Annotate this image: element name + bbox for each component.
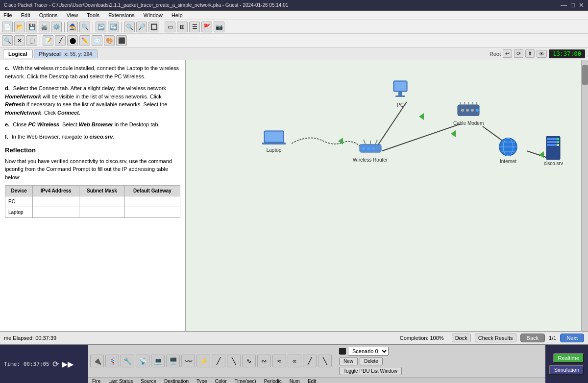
palette-icon[interactable]: 🎨 xyxy=(104,35,115,46)
ipv4-pc xyxy=(33,196,79,207)
menu-options[interactable]: Options xyxy=(38,12,59,19)
device-laptop[interactable]: Laptop xyxy=(262,129,286,153)
shape-icon[interactable]: ⬤ xyxy=(67,35,78,46)
new-scenario-button[interactable]: New xyxy=(339,357,358,365)
x-icon[interactable]: ✕ xyxy=(14,35,25,46)
device-wireless-router[interactable]: Wireless Router xyxy=(353,139,388,163)
letter-c: c. xyxy=(5,65,9,71)
svg-rect-11 xyxy=(262,143,286,144)
scenario-select[interactable]: Scenario 0 xyxy=(348,347,389,356)
color-header: Color xyxy=(215,379,227,383)
new-icon[interactable]: 📄 xyxy=(2,22,13,32)
zoom-out-icon[interactable]: 🔎 xyxy=(136,22,147,32)
open-icon[interactable]: 📂 xyxy=(14,22,25,32)
menu-help[interactable]: Help xyxy=(170,12,184,19)
maximize-button[interactable]: □ xyxy=(571,1,575,9)
check-results-button[interactable]: Check Results xyxy=(475,334,516,342)
select-icon[interactable]: 🔍 xyxy=(2,35,13,46)
zoom-fit-icon[interactable]: 🔲 xyxy=(148,22,159,32)
camera-icon[interactable]: 📷 xyxy=(214,22,224,32)
pc-device-button[interactable]: 💻 xyxy=(151,355,165,367)
slash2-device-button[interactable]: ╲ xyxy=(227,355,241,367)
completion-label: Completion: 100% xyxy=(400,335,444,341)
switch-device-button[interactable]: 💈 xyxy=(105,355,119,367)
menu-window[interactable]: Window xyxy=(142,12,164,19)
list-icon[interactable]: ☰ xyxy=(189,22,200,32)
window-controls: — □ ✕ xyxy=(561,1,584,9)
root-forward-button[interactable]: ⟳ xyxy=(514,49,523,58)
note-icon[interactable]: 📝 xyxy=(43,35,53,46)
scrollbar-thumb[interactable] xyxy=(582,65,588,85)
zoom-in-icon[interactable]: 🔍 xyxy=(124,22,135,32)
rectangle-icon[interactable]: ▭ xyxy=(165,22,175,32)
svg-marker-4 xyxy=(338,138,343,144)
wave6-device-button[interactable]: ╲ xyxy=(318,355,332,367)
wave1-device-button[interactable]: ∿ xyxy=(242,355,256,367)
redo-icon[interactable]: ↪️ xyxy=(108,22,119,32)
realtime-mode-button[interactable]: Realtime xyxy=(553,353,584,363)
root-back-button[interactable]: ↩ xyxy=(503,49,512,58)
svg-point-18 xyxy=(367,147,370,150)
elapsed-label: me Elapsed: 00:37:39 xyxy=(4,335,56,341)
minimize-button[interactable]: — xyxy=(561,1,567,9)
close-button[interactable]: ✕ xyxy=(579,1,584,9)
col-subnet: Subnet Mask xyxy=(79,186,124,196)
svg-marker-5 xyxy=(419,113,424,120)
col-gateway: Default Gateway xyxy=(124,186,180,196)
logical-tab[interactable]: Logical xyxy=(3,49,33,58)
menu-extensions[interactable]: Extensions xyxy=(107,12,136,19)
menu-tools[interactable]: Tools xyxy=(85,12,101,19)
next-button[interactable]: Next xyxy=(560,334,584,342)
back-button[interactable]: Back xyxy=(520,334,545,342)
wave3-device-button[interactable]: ≈ xyxy=(272,355,286,367)
zigzag-device-button[interactable]: ⚡ xyxy=(196,355,210,367)
router-device-button[interactable]: 🔌 xyxy=(90,355,104,367)
wireless-device-button[interactable]: 📡 xyxy=(136,355,149,367)
device-laptop: Laptop xyxy=(5,207,33,218)
activity-wizard-icon[interactable]: 🧙 xyxy=(67,22,78,32)
wave2-device-button[interactable]: ∾ xyxy=(257,355,271,367)
network-diagram: Laptop PC xyxy=(186,60,588,331)
wave4-device-button[interactable]: ∝ xyxy=(288,355,301,367)
cable-device-button[interactable]: 〰️ xyxy=(181,355,195,367)
extra-icon[interactable]: ⬛ xyxy=(116,35,127,46)
region-icon[interactable]: ⬚ xyxy=(26,35,37,46)
layout-icon[interactable]: ⊞ xyxy=(177,22,188,32)
instruction-e-text: Close PC Wireless. Select Web Browser in… xyxy=(13,121,159,127)
svg-line-21 xyxy=(364,140,366,144)
line-icon[interactable]: ╱ xyxy=(55,35,66,46)
settings-icon[interactable]: ⚙️ xyxy=(51,22,62,32)
undo-icon[interactable]: ↩️ xyxy=(96,22,106,32)
menu-view[interactable]: View xyxy=(65,12,80,19)
dock-button[interactable]: Dock xyxy=(452,334,471,342)
simulation-mode-button[interactable]: Simulation xyxy=(549,365,584,375)
cable-modem-label: Cable Modem xyxy=(453,120,484,126)
wave5-device-button[interactable]: ╱ xyxy=(303,355,317,367)
inspect-icon[interactable]: 🔍 xyxy=(79,22,90,32)
play-button[interactable]: ▶▶ xyxy=(62,359,74,369)
scrollbar-vertical[interactable] xyxy=(581,60,588,331)
slash1-device-button[interactable]: ╱ xyxy=(212,355,225,367)
server-device-button[interactable]: 🖥️ xyxy=(166,355,180,367)
left-panel: c. With the wireless module installed, c… xyxy=(0,60,186,331)
pencil-icon[interactable]: ✏️ xyxy=(79,35,90,46)
toggle-pdu-button[interactable]: Toggle PDU List Window xyxy=(339,367,402,375)
menu-file[interactable]: File xyxy=(2,12,14,19)
device-cable-modem[interactable]: Cable Modem xyxy=(453,102,484,126)
save-icon[interactable]: 💾 xyxy=(26,22,37,32)
email-icon[interactable]: ✉️ xyxy=(92,35,102,46)
flag-icon[interactable]: 🚩 xyxy=(201,22,212,32)
hub-device-button[interactable]: 🔧 xyxy=(121,355,134,367)
loop-button[interactable]: ⟳ xyxy=(52,359,59,369)
bottom-panel: Time: 00:37:05 ⟳ ▶▶ 🔌 💈 🔧 📡 💻 🖥️ 〰️ ⚡ ╱ … xyxy=(0,344,588,383)
device-cisco-srv[interactable]: cisco.srv xyxy=(544,136,563,166)
menu-edit[interactable]: Edit xyxy=(20,12,32,19)
root-view-button[interactable]: 👁 xyxy=(537,50,547,58)
delete-scenario-button[interactable]: Delete xyxy=(360,357,383,365)
device-internet[interactable]: Internet xyxy=(497,136,519,164)
root-home-button[interactable]: ⬆ xyxy=(525,49,535,58)
device-pc[interactable]: PC xyxy=(390,80,411,108)
physical-tab[interactable]: Physical x: 55, y: 204 xyxy=(34,49,98,58)
print-icon[interactable]: 🖨️ xyxy=(39,22,49,32)
cisco-srv-label: cisco.srv xyxy=(544,161,563,166)
